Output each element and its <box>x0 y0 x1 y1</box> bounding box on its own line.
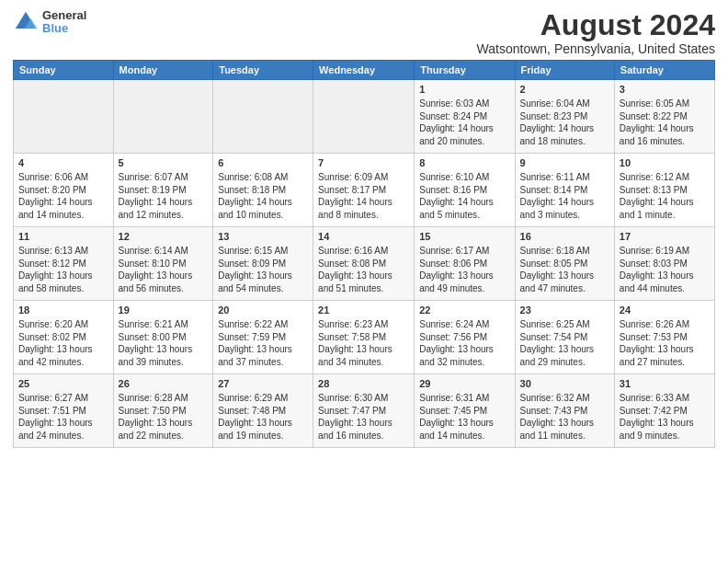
day-info: and 12 minutes. <box>119 209 209 222</box>
day-info: and 42 minutes. <box>18 356 108 369</box>
day-info: Sunset: 7:42 PM <box>620 405 710 418</box>
day-number: 15 <box>419 230 509 244</box>
day-info: Sunrise: 6:29 AM <box>218 392 308 405</box>
calendar-cell: 9Sunrise: 6:11 AMSunset: 8:14 PMDaylight… <box>515 154 614 227</box>
day-info: Daylight: 14 hours <box>620 122 710 135</box>
calendar-table: SundayMondayTuesdayWednesdayThursdayFrid… <box>13 60 715 448</box>
logo-line1: General <box>42 9 86 22</box>
calendar-cell: 10Sunrise: 6:12 AMSunset: 8:13 PMDayligh… <box>614 154 714 227</box>
calendar-cell: 6Sunrise: 6:08 AMSunset: 8:18 PMDaylight… <box>213 154 313 227</box>
day-info: Sunrise: 6:05 AM <box>620 98 710 110</box>
calendar-body: 1Sunrise: 6:03 AMSunset: 8:24 PMDaylight… <box>14 80 715 448</box>
calendar-cell <box>313 80 415 154</box>
day-info: Daylight: 14 hours <box>520 196 609 209</box>
day-info: and 18 minutes. <box>520 135 609 148</box>
calendar-cell: 8Sunrise: 6:10 AMSunset: 8:16 PMDaylight… <box>415 154 515 227</box>
day-info: Daylight: 13 hours <box>620 270 710 282</box>
calendar-week-3: 11Sunrise: 6:13 AMSunset: 8:12 PMDayligh… <box>14 227 715 301</box>
day-info: Sunrise: 6:23 AM <box>318 318 409 331</box>
day-number: 17 <box>620 230 710 244</box>
day-info: Sunset: 8:16 PM <box>419 184 509 197</box>
day-info: Sunrise: 6:22 AM <box>218 318 308 331</box>
day-info: and 54 minutes. <box>218 282 308 295</box>
day-info: Sunrise: 6:15 AM <box>218 245 308 258</box>
day-info: Sunrise: 6:06 AM <box>18 171 108 184</box>
day-info: Sunset: 7:45 PM <box>419 405 509 418</box>
day-header-tuesday: Tuesday <box>213 61 313 80</box>
day-number: 26 <box>119 377 209 391</box>
day-number: 16 <box>520 230 609 244</box>
day-info: and 9 minutes. <box>620 430 710 442</box>
calendar-cell: 16Sunrise: 6:18 AMSunset: 8:05 PMDayligh… <box>515 227 614 301</box>
day-info: Sunset: 8:24 PM <box>419 110 509 123</box>
day-number: 29 <box>419 377 509 391</box>
subtitle: Watsontown, Pennsylvania, United States <box>477 41 715 56</box>
calendar-cell: 31Sunrise: 6:33 AMSunset: 7:42 PMDayligh… <box>614 374 714 448</box>
day-info: Sunrise: 6:03 AM <box>419 98 509 110</box>
day-info: Sunrise: 6:31 AM <box>419 392 509 405</box>
day-info: Daylight: 13 hours <box>520 343 609 356</box>
day-info: Sunrise: 6:28 AM <box>119 392 209 405</box>
header: General Blue August 2024 Watsontown, Pen… <box>13 9 715 56</box>
day-number: 25 <box>18 377 108 391</box>
day-info: Daylight: 13 hours <box>218 270 308 282</box>
calendar-cell: 19Sunrise: 6:21 AMSunset: 8:00 PMDayligh… <box>113 301 213 374</box>
calendar-cell: 27Sunrise: 6:29 AMSunset: 7:48 PMDayligh… <box>213 374 313 448</box>
day-info: Sunrise: 6:20 AM <box>18 318 108 331</box>
day-info: and 20 minutes. <box>419 135 509 148</box>
calendar-cell <box>14 80 114 154</box>
day-info: and 37 minutes. <box>218 356 308 369</box>
day-info: Daylight: 13 hours <box>119 417 209 430</box>
calendar-cell: 28Sunrise: 6:30 AMSunset: 7:47 PMDayligh… <box>313 374 415 448</box>
day-info: and 51 minutes. <box>318 282 409 295</box>
calendar-cell: 30Sunrise: 6:32 AMSunset: 7:43 PMDayligh… <box>515 374 614 448</box>
day-info: Sunset: 7:56 PM <box>419 331 509 344</box>
day-number: 11 <box>18 230 108 244</box>
day-number: 5 <box>119 156 209 170</box>
day-info: Sunset: 7:50 PM <box>119 405 209 418</box>
day-info: Sunset: 8:18 PM <box>218 184 308 197</box>
day-info: Sunrise: 6:12 AM <box>620 171 710 184</box>
day-info: Daylight: 13 hours <box>419 417 509 430</box>
day-info: Daylight: 13 hours <box>218 343 308 356</box>
day-info: Daylight: 14 hours <box>520 122 609 135</box>
day-info: Sunset: 8:14 PM <box>520 184 609 197</box>
title-block: August 2024 Watsontown, Pennsylvania, Un… <box>477 9 715 56</box>
main-title: August 2024 <box>477 9 715 41</box>
day-info: Daylight: 13 hours <box>318 270 409 282</box>
calendar-cell <box>113 80 213 154</box>
day-number: 18 <box>18 304 108 317</box>
day-info: Sunset: 7:59 PM <box>218 331 308 344</box>
day-info: and 14 minutes. <box>18 209 108 222</box>
calendar-cell: 20Sunrise: 6:22 AMSunset: 7:59 PMDayligh… <box>213 301 313 374</box>
calendar-cell: 22Sunrise: 6:24 AMSunset: 7:56 PMDayligh… <box>415 301 515 374</box>
day-info: and 44 minutes. <box>620 282 710 295</box>
day-info: and 32 minutes. <box>419 356 509 369</box>
day-info: Sunset: 8:23 PM <box>520 110 609 123</box>
calendar-cell: 23Sunrise: 6:25 AMSunset: 7:54 PMDayligh… <box>515 301 614 374</box>
calendar-week-1: 1Sunrise: 6:03 AMSunset: 8:24 PMDaylight… <box>14 80 715 154</box>
day-info: Sunrise: 6:30 AM <box>318 392 409 405</box>
calendar-cell: 3Sunrise: 6:05 AMSunset: 8:22 PMDaylight… <box>614 80 714 154</box>
day-info: Sunset: 8:08 PM <box>318 258 409 270</box>
day-info: Sunset: 8:12 PM <box>18 258 108 270</box>
day-info: and 16 minutes. <box>318 430 409 442</box>
calendar-header-row: SundayMondayTuesdayWednesdayThursdayFrid… <box>14 61 715 80</box>
day-info: Sunrise: 6:25 AM <box>520 318 609 331</box>
day-info: Daylight: 13 hours <box>318 417 409 430</box>
calendar-cell: 4Sunrise: 6:06 AMSunset: 8:20 PMDaylight… <box>14 154 114 227</box>
logo: General Blue <box>13 9 86 36</box>
day-number: 12 <box>119 230 209 244</box>
calendar-cell: 5Sunrise: 6:07 AMSunset: 8:19 PMDaylight… <box>113 154 213 227</box>
day-info: Daylight: 13 hours <box>520 417 609 430</box>
page-container: General Blue August 2024 Watsontown, Pen… <box>0 0 728 454</box>
day-number: 21 <box>318 304 409 317</box>
day-info: Daylight: 13 hours <box>620 343 710 356</box>
day-header-wednesday: Wednesday <box>313 61 415 80</box>
day-info: Sunset: 8:05 PM <box>520 258 609 270</box>
day-info: and 1 minute. <box>620 209 710 222</box>
day-header-friday: Friday <box>515 61 614 80</box>
day-info: Daylight: 13 hours <box>18 417 108 430</box>
day-info: and 34 minutes. <box>318 356 409 369</box>
day-number: 10 <box>620 156 710 170</box>
